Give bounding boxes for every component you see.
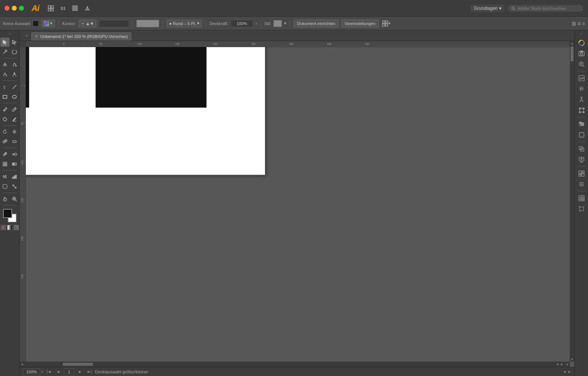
zoom-tool[interactable] [10, 194, 19, 204]
bottom-arrow-right[interactable]: ► [567, 370, 571, 374]
color-panel-btn[interactable] [577, 38, 586, 48]
close-button[interactable] [5, 6, 9, 11]
zoom-dropdown-btn[interactable]: ▾ [41, 370, 43, 374]
warp-tool[interactable] [10, 137, 19, 146]
opacity-arrow[interactable]: › [256, 21, 257, 26]
document-setup-btn[interactable]: Dokument einrichten [294, 19, 339, 28]
s1-icon[interactable]: S1 [59, 4, 67, 13]
h-scrollbar[interactable]: ◄ ◄ ► ► [20, 362, 570, 367]
workspace-selector[interactable]: Grundlagen ▾ [471, 5, 504, 12]
rocket-icon[interactable] [83, 4, 92, 13]
align-panel-btn[interactable] [577, 119, 586, 129]
reflect-tool[interactable] [10, 127, 19, 136]
delete-anchor-tool[interactable] [0, 70, 9, 79]
v-scrollbar[interactable]: ▲ ▼ [570, 41, 574, 362]
svg-rect-2 [48, 9, 51, 11]
crop-image-btn[interactable] [577, 204, 586, 214]
artboards-btn[interactable] [577, 169, 586, 179]
bottom-arrow-left[interactable]: ◄ [563, 370, 566, 374]
stroke-color-btn[interactable]: ▾ [41, 19, 55, 28]
foreground-color-swatch[interactable] [3, 209, 12, 218]
hand-tool[interactable] [0, 194, 9, 204]
collapse-left-icon[interactable]: « [6, 32, 14, 36]
style-swatch[interactable] [273, 20, 282, 27]
libraries-btn[interactable] [577, 179, 586, 189]
blend-tool[interactable] [10, 150, 19, 159]
ellipse-tool[interactable] [10, 92, 19, 101]
scroll-thumb-h[interactable] [63, 363, 93, 366]
maximize-button[interactable] [19, 6, 24, 11]
menu-icon[interactable]: ≡ [582, 21, 585, 26]
mesh-tool[interactable] [0, 160, 9, 169]
nav-first-btn[interactable]: |◄ [46, 368, 52, 375]
image-trace-btn[interactable] [577, 73, 586, 83]
free-transform-panel-btn[interactable] [577, 105, 586, 115]
canvas-area[interactable]: 0 50 100 150 200 250 300 [20, 41, 574, 367]
type-tool[interactable]: T [0, 82, 9, 92]
select-tool[interactable] [0, 38, 9, 47]
grid-layout-icon[interactable] [71, 4, 79, 13]
zoom-input[interactable]: 150% [23, 368, 40, 375]
scroll-right-btn[interactable]: ► [565, 362, 570, 367]
scroll-thumb-v[interactable] [571, 46, 574, 62]
stroke-select[interactable] [99, 20, 129, 27]
align-icon[interactable]: ≡ [578, 21, 581, 27]
magic-wand-tool[interactable] [0, 47, 9, 57]
scale-tool[interactable] [0, 137, 9, 146]
pathfinder-btn[interactable] [577, 144, 586, 154]
page-input[interactable]: 1 [64, 368, 74, 375]
column-graph-tool[interactable] [10, 172, 19, 181]
panel-collapse-left[interactable]: « [23, 30, 30, 41]
grid-icon[interactable] [47, 4, 55, 13]
symbol-sprayer-tool[interactable] [0, 172, 9, 181]
brush-btn[interactable]: ● Rund – 5 Pt. ▾ [166, 19, 202, 28]
opacity-input[interactable] [231, 20, 253, 27]
gradient-tool[interactable] [10, 160, 19, 169]
touch-type-btn[interactable] [577, 84, 586, 94]
scroll-next-arrow[interactable]: ► [560, 362, 564, 366]
svg-line-20 [3, 51, 6, 54]
direct-select-tool[interactable] [10, 38, 19, 47]
shaper-tool[interactable] [0, 115, 9, 124]
minimize-button[interactable] [12, 6, 17, 11]
arrange-icon[interactable]: ⊞ [572, 21, 576, 27]
scroll-down-btn[interactable]: ▼ [570, 357, 574, 362]
stroke-weight-btn[interactable]: ▲▼ [78, 19, 97, 28]
none-color-btn[interactable]: ⊘ [1, 225, 6, 230]
document-tab-0[interactable]: ✕ Unbenannt-1* bei 150 % (RGB/GPU-Vorsch… [30, 32, 132, 41]
rotate-tool[interactable] [0, 127, 9, 136]
pen-tool[interactable] [0, 60, 9, 69]
nav-next-btn[interactable]: ► [77, 368, 84, 375]
zoom-panel-btn[interactable] [577, 59, 586, 69]
pattern-color-btn[interactable] [14, 225, 19, 230]
asset-export-btn[interactable] [577, 155, 586, 164]
scroll-prev-arrow[interactable]: ◄ [556, 362, 559, 366]
eyedropper-tool[interactable] [0, 150, 9, 159]
scroll-up-btn[interactable]: ▲ [570, 41, 574, 46]
grid-panel-btn[interactable] [577, 193, 586, 203]
search-box[interactable] [507, 5, 583, 12]
paintbrush-tool[interactable] [0, 105, 9, 114]
nav-last-btn[interactable]: ►| [86, 368, 93, 375]
anchor-point-tool[interactable] [10, 70, 19, 79]
add-anchor-tool[interactable] [10, 60, 19, 69]
nav-prev-btn[interactable]: ◄ [55, 368, 62, 375]
search-input[interactable] [517, 6, 580, 11]
pencil-tool[interactable] [10, 105, 19, 114]
transform-panel-btn[interactable] [577, 130, 586, 140]
scroll-left-btn[interactable]: ◄ [20, 362, 24, 367]
rectangle-tool[interactable] [0, 92, 9, 101]
gradient-color-btn[interactable] [7, 225, 13, 230]
line-tool[interactable] [10, 82, 19, 92]
artboard-tool[interactable] [0, 182, 9, 191]
slice-tool[interactable] [10, 182, 19, 191]
puppet-warp-btn[interactable] [577, 95, 586, 104]
lasso-tool[interactable] [10, 47, 19, 57]
tab-close-0[interactable]: ✕ [35, 34, 38, 39]
collapse-right-icon[interactable]: » [578, 32, 585, 36]
image-capture-btn[interactable] [577, 49, 586, 58]
preferences-btn[interactable]: Voreinstellungen [341, 19, 379, 28]
more-options-btn[interactable]: ▾ [382, 20, 391, 27]
fill-swatch[interactable] [33, 21, 39, 27]
eraser-tool[interactable] [10, 115, 19, 124]
